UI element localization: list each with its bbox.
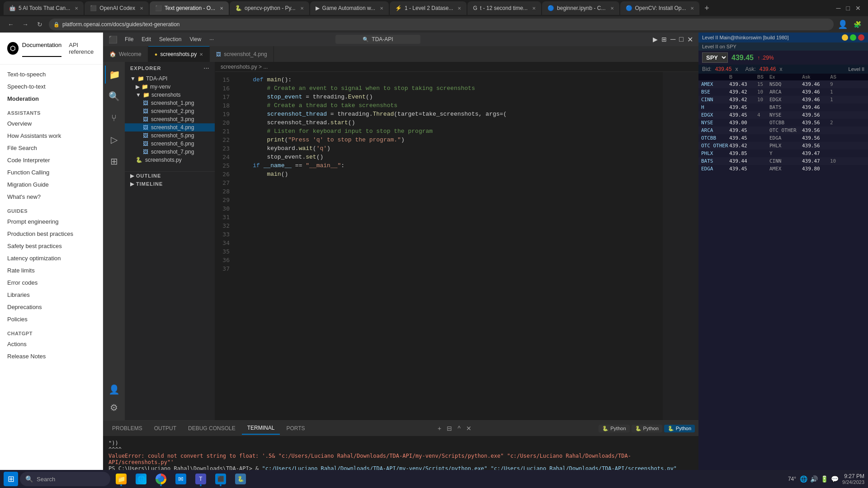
panel-tab-output[interactable]: OUTPUT [149, 422, 182, 434]
sidebar-item-actions[interactable]: Actions [0, 338, 103, 350]
panel-tab-problems[interactable]: PROBLEMS [107, 422, 148, 434]
vscode-tab-screenshot-png[interactable]: 🖼 screenshot_4.png [210, 46, 274, 62]
explorer-myvenv-folder[interactable]: ▶ 📁 my-venv [125, 83, 215, 91]
taskbar-app-teams[interactable]: T [192, 471, 210, 487]
file-screenshot3[interactable]: 🖼 screenshot_3.png [125, 115, 215, 123]
browser-tab-tab8[interactable]: 🔵beginner.ipynb - C...✕ [542, 1, 619, 15]
file-screenshot7[interactable]: 🖼 screenshot_7.png [125, 148, 215, 156]
trading-row[interactable]: H439.45BATS439.46 [698, 103, 868, 111]
sidebar-item-moderation[interactable]: Moderation [0, 93, 103, 105]
file-screenshot4[interactable]: 🖼 screenshot_4.png [125, 123, 215, 131]
sidebar-item-migration-guide[interactable]: Migration Guide [0, 178, 103, 191]
browser-tab-tab4[interactable]: 🐍opencv-python - Py...✕ [230, 1, 309, 15]
panel-maximize-icon[interactable]: ^ [456, 424, 462, 433]
trading-row[interactable]: ARCA439.45OTC OTHER439.56 [698, 127, 868, 134]
sidebar-item-rate-limits[interactable]: Rate limits [0, 264, 103, 277]
taskbar-app-explorer[interactable]: 📁 [112, 471, 130, 487]
documentation-nav[interactable]: Documentation [22, 40, 61, 57]
outline-section[interactable]: ▶ OUTLINE [125, 172, 215, 180]
taskbar-app-python[interactable]: 🐍 [231, 471, 250, 487]
sidebar-item-libraries[interactable]: Libraries [0, 289, 103, 301]
vscode-tab-welcome[interactable]: 🏠 Welcome [103, 46, 148, 62]
activity-extensions[interactable]: ⊞ [105, 152, 123, 170]
sidebar-item-code-interpreter[interactable]: Code Interpreter [0, 154, 103, 166]
trading-row[interactable]: PHLX439.85Y439.47 [698, 150, 868, 157]
maximize-button[interactable]: □ [846, 5, 850, 12]
activity-git[interactable]: ⑂ [105, 109, 123, 127]
explorer-screenshots-folder[interactable]: ▼ 📁 screenshots [125, 91, 215, 99]
python-session-3[interactable]: 🐍 Python [664, 425, 695, 432]
panel-tab-terminal[interactable]: TERMINAL [242, 422, 280, 435]
network-icon[interactable]: 🌐 [800, 475, 807, 483]
file-screenshot5[interactable]: 🖼 screenshot_5.png [125, 131, 215, 140]
sidebar-item-overview[interactable]: Overview [0, 117, 103, 130]
panel-close-icon[interactable]: ✕ [464, 424, 473, 433]
sidebar-item-file-search[interactable]: File Search [0, 142, 103, 154]
python-session-1[interactable]: 🐍 Python [599, 425, 629, 432]
panel-tab-ports[interactable]: PORTS [281, 422, 310, 434]
start-button[interactable]: ⊞ [4, 472, 18, 486]
menu-edit[interactable]: Edit [138, 34, 155, 44]
taskbar-app-edge[interactable]: 🌐 [132, 471, 150, 487]
vscode-maximize-icon[interactable]: □ [679, 35, 684, 43]
browser-tab-tab3[interactable]: ⬛Text generation - O...✕ [150, 1, 229, 15]
browser-tab-tab9[interactable]: 🔵OpenCV: Install Op...✕ [620, 1, 700, 15]
file-screenshot1[interactable]: 🖼 screenshot_1.png [125, 99, 215, 107]
activity-profile[interactable]: 👤 [105, 380, 123, 399]
browser-tab-tab7[interactable]: Gt - 12 second time...✕ [467, 1, 541, 15]
menu-more[interactable]: ··· [206, 34, 217, 44]
browser-tab-tab2[interactable]: ⬛OpenAI Codex✕ [85, 1, 149, 15]
sidebar-item-latency-optimization[interactable]: Latency optimization [0, 252, 103, 264]
profile-button[interactable]: 👤 [837, 19, 848, 30]
trading-row[interactable]: EDGA439.45AMEX439.80 [698, 165, 868, 173]
timeline-section[interactable]: ▶ TIMELINE [125, 180, 215, 188]
new-tab-button[interactable]: + [700, 2, 713, 14]
activity-explorer[interactable]: 📁 [105, 66, 123, 84]
sidebar-item-release-notes[interactable]: Release Notes [0, 350, 103, 362]
browser-tab-tab1[interactable]: 🤖5 AI Tools That Can...✕ [4, 1, 84, 15]
vscode-minimize-icon[interactable]: ─ [670, 35, 675, 43]
activity-settings[interactable]: ⚙ [105, 399, 123, 417]
trading-row[interactable]: NYSE439.00OTCBB439.562 [698, 119, 868, 127]
minimize-button[interactable]: ─ [836, 5, 841, 12]
vscode-run-icon[interactable]: ▶ [653, 36, 658, 43]
sidebar-item-deprecations[interactable]: Deprecations [0, 301, 103, 313]
ticker-selector[interactable]: SPY [702, 52, 728, 63]
panel-add-icon[interactable]: + [436, 424, 443, 433]
sidebar-item-prompt-engineering[interactable]: Prompt engineering [0, 216, 103, 228]
volume-icon[interactable]: 🔊 [810, 475, 818, 483]
editor-code-content[interactable]: def main(): # Create an event to signal … [233, 72, 698, 420]
vscode-close-icon[interactable]: ✕ [687, 35, 693, 44]
battery-icon[interactable]: 🔋 [821, 475, 828, 483]
trading-row[interactable]: CINN439.4210EDGX439.461 [698, 96, 868, 103]
close-button[interactable]: ✕ [855, 5, 861, 12]
address-bar[interactable]: 🔒 platform.openai.com/docs/guides/text-g… [49, 19, 834, 30]
forward-button[interactable]: → [20, 19, 31, 30]
vscode-tab-screenshots-py[interactable]: ● screenshots.py ✕ [148, 46, 210, 62]
menu-file[interactable]: File [121, 34, 137, 44]
sidebar-item-error-codes[interactable]: Error codes [0, 277, 103, 289]
file-screenshot2[interactable]: 🖼 screenshot_2.png [125, 107, 215, 115]
explorer-root-folder[interactable]: ▼ 📁 TDA-API [125, 75, 215, 83]
trading-row[interactable]: OTCBB439.45EDGA439.56 [698, 134, 868, 142]
browser-tab-tab6[interactable]: ⚡1 - Level 2 Datase...✕ [390, 1, 467, 15]
vscode-search-box[interactable]: TDA-API [372, 36, 393, 42]
trading-row[interactable]: BATS439.44CINN439.4710 [698, 157, 868, 165]
tab-close-icon[interactable]: ✕ [199, 52, 203, 57]
notification-icon[interactable]: 💬 [831, 475, 839, 483]
trading-row[interactable]: OTC OTHER439.42PHLX439.56 [698, 142, 868, 150]
trading-minimize-btn[interactable] [842, 34, 848, 41]
trading-row[interactable]: AMEX439.4315NSDQ439.469 [698, 80, 868, 88]
sidebar-item-safety-best-practices[interactable]: Safety best practices [0, 240, 103, 252]
trading-row[interactable]: BSE439.4210ARCA439.461 [698, 88, 868, 96]
back-button[interactable]: ← [5, 19, 16, 30]
vscode-split-icon[interactable]: ⊞ [661, 36, 667, 43]
editor-content[interactable]: 1516171819202122232425262728293031323334… [215, 72, 698, 420]
taskbar-app-vscode[interactable]: ⬛ [212, 471, 230, 487]
explorer-more-icon[interactable]: ··· [204, 66, 209, 71]
sidebar-item-text-to-speech[interactable]: Text-to-speech [0, 68, 103, 80]
sidebar-item-how-assistants[interactable]: How Assistants work [0, 130, 103, 142]
trading-close-btn[interactable] [858, 34, 864, 41]
activity-debug[interactable]: ▷ [105, 131, 123, 149]
sidebar-item-function-calling[interactable]: Function Calling [0, 166, 103, 178]
